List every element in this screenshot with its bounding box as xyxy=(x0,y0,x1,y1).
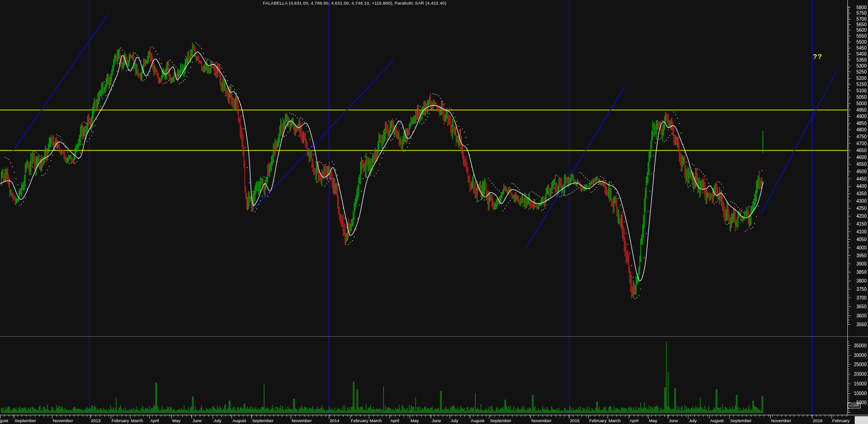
price-tick-label: 3750 xyxy=(851,287,867,292)
price-tick-label: 4150 xyxy=(851,221,867,226)
time-tick-label: February xyxy=(589,418,607,423)
time-tick-label: July xyxy=(689,418,697,423)
time-tick-label: April xyxy=(390,418,399,423)
price-tick-label: 4650 xyxy=(851,148,867,153)
time-tick-label: 2015 xyxy=(570,418,580,423)
time-tick-label: November xyxy=(771,418,791,423)
time-tick-label: February xyxy=(832,418,850,423)
time-tick-label: March xyxy=(609,418,620,423)
price-tick-label: 4000 xyxy=(851,245,867,250)
time-tick-label: March xyxy=(370,418,382,423)
time-tick-label: May xyxy=(172,418,180,423)
volume-tick-label: 25000 xyxy=(851,362,867,367)
time-tick-label: August xyxy=(710,418,724,423)
price-tick-label: 5700 xyxy=(851,17,867,22)
time-tick-label: February xyxy=(112,418,129,423)
price-tick-label: 4800 xyxy=(851,127,867,132)
price-tick-label: 4550 xyxy=(851,162,867,167)
price-tick-label: 4400 xyxy=(851,184,867,189)
price-tick-label: 5000 xyxy=(851,101,867,106)
price-tick-label: 5800 xyxy=(851,5,867,10)
price-tick-label: 4900 xyxy=(851,114,867,119)
time-tick-label: September xyxy=(490,418,511,423)
price-tick-label: 4600 xyxy=(851,155,867,160)
time-tick-label: 2013 xyxy=(91,418,101,423)
chart-legend: FALABELLA (4,631.00, 4,789.90, 4,631.00,… xyxy=(263,0,446,6)
time-tick-label: April xyxy=(150,418,159,423)
time-tick-label: September xyxy=(15,418,36,423)
time-tick-label: 2014 xyxy=(330,418,339,423)
time-tick-label: November xyxy=(53,418,73,423)
volume-tick-label: 30000 xyxy=(851,353,867,358)
time-tick-label: June xyxy=(432,418,441,423)
time-tick-label: May xyxy=(411,418,419,423)
price-tick-label: 4500 xyxy=(851,169,867,174)
time-tick-label: 2016 xyxy=(813,418,823,423)
time-tick-label: August xyxy=(0,418,8,423)
time-tick-label: May xyxy=(649,418,657,423)
price-tick-label: 4300 xyxy=(851,198,867,204)
time-tick-label: April xyxy=(630,418,638,423)
price-tick-label: 5050 xyxy=(851,95,867,100)
price-tick-label: 4250 xyxy=(851,206,867,211)
volume-tick-label: 15000 xyxy=(851,381,867,386)
time-tick-label: November xyxy=(531,418,552,423)
price-tick-label: 5300 xyxy=(851,63,867,68)
time-tick-label: February xyxy=(351,418,368,423)
price-tick-label: 4700 xyxy=(851,141,867,146)
time-tick-label: June xyxy=(669,418,678,423)
volume-tick-label: 20000 xyxy=(851,372,867,377)
price-tick-label: 5200 xyxy=(851,76,867,81)
price-tick-label: 5750 xyxy=(851,11,867,16)
volume-tick-label: 35000 xyxy=(851,343,867,348)
time-tick-label: September xyxy=(730,418,751,423)
price-tick-label: 5350 xyxy=(851,57,867,62)
price-tick-label: 5550 xyxy=(851,34,867,39)
price-tick-label: 4750 xyxy=(851,134,867,139)
price-tick-label: 3600 xyxy=(851,313,867,318)
price-tick-label: 3950 xyxy=(851,253,867,258)
price-tick-label: 3850 xyxy=(851,270,867,275)
price-tick-label: 4100 xyxy=(851,229,867,234)
price-tick-label: 4050 xyxy=(851,237,867,242)
price-tick-label: 3700 xyxy=(851,295,867,300)
time-tick-label: September xyxy=(252,418,273,423)
price-tick-label: 5100 xyxy=(851,88,867,93)
price-tick-label: 5650 xyxy=(851,22,867,27)
price-volume-chart[interactable] xyxy=(0,0,868,424)
time-tick-label: July xyxy=(451,418,458,423)
volume-tick-label: 5000 xyxy=(851,400,867,405)
time-tick-label: August xyxy=(232,418,246,423)
charting-app-window: FALABELLA (4,631.00, 4,789.90, 4,631.00,… xyxy=(0,0,868,424)
price-tick-label: 3800 xyxy=(851,278,867,283)
price-tick-label: 4950 xyxy=(851,107,867,113)
price-tick-label: 5450 xyxy=(851,45,867,51)
price-tick-label: 3650 xyxy=(851,304,867,309)
price-tick-label: 5500 xyxy=(851,40,867,45)
time-tick-label: March xyxy=(131,418,143,423)
price-tick-label: 5400 xyxy=(851,51,867,57)
price-tick-label: 4450 xyxy=(851,176,867,181)
volume-tick-label: 10000 xyxy=(851,391,867,396)
time-tick-label: November xyxy=(292,418,312,423)
time-tick-label: August xyxy=(471,418,485,423)
time-tick-label: July xyxy=(214,418,221,423)
price-tick-label: 3900 xyxy=(851,261,867,266)
price-tick-label: 3550 xyxy=(851,322,867,327)
price-tick-label: 4200 xyxy=(851,214,867,219)
time-tick-label: June xyxy=(192,418,202,423)
price-tick-label: 4850 xyxy=(851,121,867,126)
price-tick-label: 4350 xyxy=(851,191,867,196)
projection-annotation: ?? xyxy=(813,52,822,60)
price-tick-label: 5250 xyxy=(851,69,867,74)
price-tick-label: 5600 xyxy=(851,28,867,33)
price-tick-label: 5150 xyxy=(851,82,867,87)
